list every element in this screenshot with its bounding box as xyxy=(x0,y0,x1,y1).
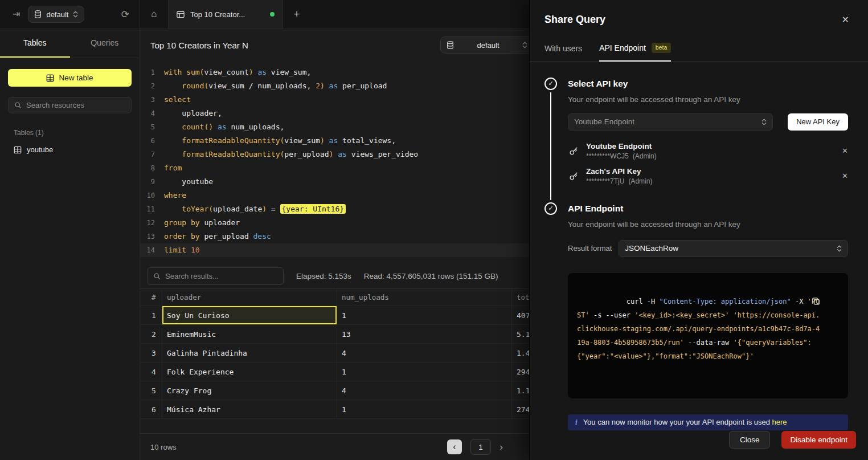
num-uploads-cell[interactable]: 1 xyxy=(337,400,511,418)
results-table-body: 1Soy Un Curioso14072EminemMusic135.13Gal… xyxy=(140,306,529,419)
uploader-cell[interactable]: Soy Un Curioso xyxy=(162,306,337,324)
step-subtitle: Your endpoint will be accessed through a… xyxy=(568,95,848,104)
query-tab-title: Top 10 Creator... xyxy=(190,10,245,19)
num-uploads-cell[interactable]: 1 xyxy=(337,306,511,324)
home-button[interactable]: ⌂ xyxy=(140,0,169,29)
sql-line[interactable]: 14limit 10 xyxy=(140,243,529,257)
sidebar: Tables Queries New table Tables (1) xyxy=(0,29,140,460)
tab-api-endpoint[interactable]: API Endpoint beta xyxy=(599,43,671,62)
row-number[interactable]: 3 xyxy=(140,344,162,362)
copy-button[interactable] xyxy=(812,280,841,323)
monitor-link[interactable]: here xyxy=(772,418,787,426)
sql-line[interactable]: 13order by per_upload desc xyxy=(140,230,529,243)
close-button[interactable]: Close xyxy=(729,431,771,449)
line-number: 4 xyxy=(140,107,155,120)
total-views-cell[interactable]: 407 xyxy=(511,306,529,324)
close-icon: ✕ xyxy=(842,15,849,25)
query-title: Top 10 Creators in Year N xyxy=(150,40,248,50)
result-row[interactable]: 5Crazy Frog41.1 xyxy=(140,381,529,400)
results-toolbar: Elapsed: 5.153s Read: 4,557,605,031 rows… xyxy=(140,263,529,288)
sidebar-table-item[interactable]: youtube xyxy=(14,145,140,154)
result-row[interactable]: 3Galinha Pintadinha41.4 xyxy=(140,344,529,363)
result-row[interactable]: 2EminemMusic135.1 xyxy=(140,325,529,344)
tab-with-users[interactable]: With users xyxy=(544,44,582,62)
search-resources-input[interactable] xyxy=(26,101,125,109)
result-row[interactable]: 4Folk Experience1294 xyxy=(140,363,529,381)
sql-line[interactable]: 7 formatReadableQuantity(per_upload) as … xyxy=(140,148,529,161)
result-row[interactable]: 6Música Azhar1274 xyxy=(140,400,529,419)
row-number[interactable]: 4 xyxy=(140,363,162,381)
uploader-cell[interactable]: EminemMusic xyxy=(162,325,337,343)
database-selector[interactable]: default xyxy=(28,6,84,23)
sql-line[interactable]: 8from xyxy=(140,161,529,175)
column-header[interactable]: uploader xyxy=(162,289,337,306)
sql-line[interactable]: 3select xyxy=(140,93,529,107)
remove-key-button[interactable]: ✕ xyxy=(842,172,848,180)
sql-line[interactable]: 5 count() as num_uploads, xyxy=(140,120,529,134)
new-table-button[interactable]: New table xyxy=(8,69,132,87)
sql-line[interactable]: 6 formatReadableQuantity(view_sum) as to… xyxy=(140,134,529,148)
uploader-cell[interactable]: Crazy Frog xyxy=(162,381,337,400)
row-number[interactable]: 5 xyxy=(140,381,162,400)
api-key-select[interactable]: Youtube Endpoint xyxy=(568,113,773,131)
disable-endpoint-button[interactable]: Disable endpoint xyxy=(781,431,856,449)
num-uploads-cell[interactable]: 4 xyxy=(337,381,511,400)
column-header[interactable]: num_uploads xyxy=(337,289,511,306)
sql-line[interactable]: 1with sum(view_count) as view_sum, xyxy=(140,66,529,79)
copy-icon xyxy=(812,297,841,306)
table-list: youtube xyxy=(0,137,140,154)
new-tab-button[interactable]: + xyxy=(283,0,310,29)
refresh-icon[interactable]: ⟳ xyxy=(121,10,129,19)
sql-line[interactable]: 4 uploader, xyxy=(140,107,529,120)
tab-queries[interactable]: Queries xyxy=(70,29,140,58)
result-row[interactable]: 1Soy Un Curioso1407 xyxy=(140,306,529,325)
prev-page-button[interactable]: ‹ xyxy=(447,439,462,454)
info-icon: i xyxy=(575,418,578,427)
query-tab-icon xyxy=(177,11,185,18)
sql-line[interactable]: 2 round(view_sum / num_uploads, 2) as pe… xyxy=(140,79,529,93)
row-number[interactable]: 2 xyxy=(140,325,162,343)
database-icon xyxy=(447,41,454,49)
page-number-input[interactable]: 1 xyxy=(470,439,491,455)
remove-key-button[interactable]: ✕ xyxy=(842,146,848,155)
column-header[interactable]: total_views xyxy=(511,289,529,306)
num-uploads-cell[interactable]: 4 xyxy=(337,344,511,362)
uploader-cell[interactable]: Galinha Pintadinha xyxy=(162,344,337,362)
line-number: 13 xyxy=(140,230,155,243)
result-format-select[interactable]: JSONEachRow xyxy=(619,240,848,257)
total-views-cell[interactable]: 294 xyxy=(511,363,529,381)
num-uploads-cell[interactable]: 13 xyxy=(337,325,511,343)
sql-line[interactable]: 10where xyxy=(140,189,529,202)
close-panel-button[interactable]: ✕ xyxy=(842,14,849,25)
sql-editor[interactable]: 1with sum(view_count) as view_sum,2 roun… xyxy=(140,61,529,263)
total-views-cell[interactable]: 274 xyxy=(511,400,529,418)
num-uploads-cell[interactable]: 1 xyxy=(337,363,511,381)
sql-line[interactable]: 12group by uploader xyxy=(140,216,529,230)
sql-line[interactable]: 11 toYear(upload_date) = {year: UInt16} xyxy=(140,202,529,216)
total-views-cell[interactable]: 1.1 xyxy=(511,381,529,400)
uploader-cell[interactable]: Música Azhar xyxy=(162,400,337,418)
database-name: default xyxy=(477,41,499,50)
new-api-key-button[interactable]: New API Key xyxy=(788,113,848,131)
editor-database-selector[interactable]: default xyxy=(440,36,529,54)
next-page-button[interactable]: › xyxy=(499,441,503,453)
tab-tables[interactable]: Tables xyxy=(0,29,70,58)
banner-text: You can now monitor how your your API en… xyxy=(583,418,787,426)
row-number[interactable]: 1 xyxy=(140,306,162,324)
total-views-cell[interactable]: 1.4 xyxy=(511,344,529,362)
chevron-updown-icon xyxy=(522,41,527,49)
step-check-icon: ✓ xyxy=(544,78,557,90)
row-number[interactable]: 6 xyxy=(140,400,162,418)
total-views-cell[interactable]: 5.1 xyxy=(511,325,529,343)
query-tab[interactable]: Top 10 Creator... xyxy=(169,0,283,29)
row-count-label: 10 rows xyxy=(150,443,177,451)
results-search xyxy=(147,267,284,285)
step-content: API Endpoint Your endpoint will be acces… xyxy=(558,202,848,431)
column-header[interactable]: # xyxy=(140,289,162,306)
clickhouse-console: ⇥ default ⟳ ⌂ Top xyxy=(0,0,868,460)
collapse-sidebar-icon[interactable]: ⇥ xyxy=(13,10,20,19)
sql-line[interactable]: 9 youtube xyxy=(140,175,529,189)
uploader-cell[interactable]: Folk Experience xyxy=(162,363,337,381)
api-key-info: Zach's API Key *********7TjU(Admin) xyxy=(586,167,835,185)
search-results-input[interactable] xyxy=(165,272,277,280)
